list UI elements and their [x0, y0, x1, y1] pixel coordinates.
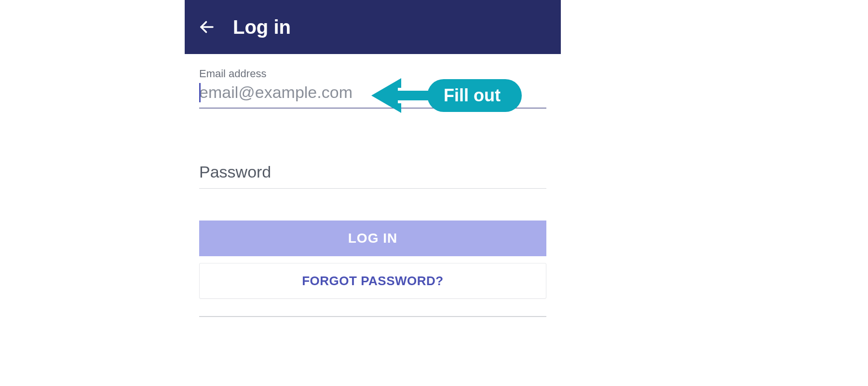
back-arrow-icon[interactable]	[198, 18, 216, 36]
annotation-callout: Fill out	[371, 76, 522, 115]
divider	[199, 316, 546, 317]
forgot-password-button[interactable]: FORGOT PASSWORD?	[199, 263, 546, 299]
svg-rect-2	[398, 91, 429, 100]
arrow-left-icon	[371, 76, 429, 115]
login-screen: Log in Email address LOG IN FORGOT PASSW…	[185, 0, 561, 317]
app-header: Log in	[185, 0, 561, 54]
password-field-wrap	[199, 162, 546, 189]
login-button[interactable]: LOG IN	[199, 221, 546, 256]
password-field[interactable]	[199, 162, 546, 182]
page-title: Log in	[233, 16, 291, 38]
password-block	[199, 162, 546, 189]
annotation-label: Fill out	[427, 79, 522, 112]
text-cursor-icon	[199, 83, 201, 102]
svg-marker-1	[371, 78, 401, 113]
